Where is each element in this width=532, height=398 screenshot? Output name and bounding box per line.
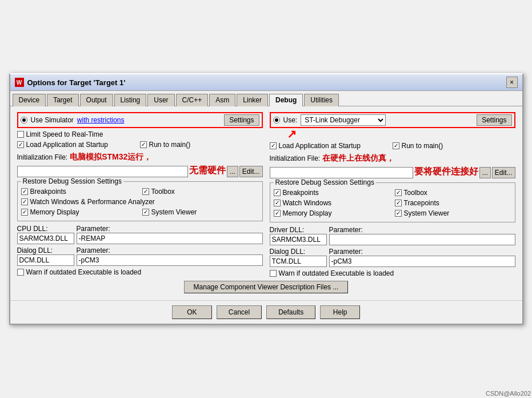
memory-display-checkbox-left[interactable] (21, 209, 28, 216)
system-viewer-label-right: System Viewer (404, 209, 450, 217)
dialog-title: Options for Target 'Target 1' (27, 78, 126, 87)
cpu-dll-param-label: Parameter: (77, 225, 263, 233)
warn-row-right: Warn if outdated Executable is loaded (270, 269, 515, 277)
init-file-row-right: Initialization File: 在硬件上在线仿真， (270, 153, 515, 164)
tracepoints-row-right: Tracepoints (395, 199, 511, 207)
tab-utilities[interactable]: Utilities (304, 94, 339, 106)
use-simulator-section: Use Simulator with restrictions Settings (17, 112, 263, 128)
tab-debug[interactable]: Debug (269, 94, 303, 106)
init-file-input-right[interactable] (270, 167, 413, 178)
init-file-input[interactable] (17, 166, 188, 177)
right-load-run-row: Load Application at Startup Run to main(… (270, 142, 515, 151)
init-edit-button-right[interactable]: Edit... (492, 167, 515, 178)
use-simulator-label: Use Simulator (31, 116, 74, 124)
restore-checkboxes-right: Breakpoints Toolbox Watch Windows T (274, 185, 511, 218)
init-browse-button-right[interactable]: ... (479, 167, 491, 178)
cpu-dll-param-input[interactable] (77, 233, 263, 244)
manage-component-button[interactable]: Manage Component Viewer Description File… (184, 281, 349, 293)
memory-display-label-left: Memory Display (30, 208, 79, 216)
dialog-dll-param-input-left[interactable] (77, 254, 263, 266)
warn-checkbox-left[interactable] (17, 269, 24, 276)
toolbox-row-right: Toolbox (395, 189, 511, 197)
tab-user[interactable]: User (147, 94, 174, 106)
memory-display-row-left: Memory Display (21, 208, 138, 216)
load-app-checkbox[interactable] (17, 141, 24, 148)
ok-button[interactable]: OK (172, 305, 212, 319)
run-to-main-checkbox[interactable] (140, 141, 147, 148)
init-browse-button[interactable]: ... (227, 166, 238, 177)
breakpoints-label-left: Breakpoints (30, 188, 66, 196)
tab-asm[interactable]: Asm (209, 94, 235, 106)
cpu-dll-row (17, 233, 263, 244)
memory-display-label-right: Memory Display (283, 209, 332, 217)
driver-dll-row (270, 234, 515, 245)
tab-cpp[interactable]: C/C++ (176, 94, 209, 106)
dialog-dll-input-left[interactable] (17, 254, 74, 266)
use-debugger-radio[interactable] (273, 117, 280, 124)
dialog-dll-label-left: Dialog DLL: (17, 246, 74, 254)
run-to-main-label-right: Run to main() (402, 142, 443, 150)
simulator-settings-button[interactable]: Settings (224, 114, 259, 126)
load-app-label-right: Load Application at Startup (279, 142, 361, 150)
breakpoints-label-right: Breakpoints (283, 189, 319, 197)
toolbox-checkbox-right[interactable] (395, 189, 402, 196)
restore-debug-title-left: Restore Debug Session Settings (21, 177, 123, 185)
run-to-main-checkbox-right[interactable] (393, 142, 399, 149)
two-column-layout: Use Simulator with restrictions Settings… (16, 111, 517, 278)
left-chinese-text1: 电脑模拟STM32运行， (70, 152, 151, 162)
system-viewer-checkbox-left[interactable] (142, 209, 149, 216)
dialog-dll-input-right[interactable] (270, 256, 327, 267)
dialog-body: Use Simulator with restrictions Settings… (10, 106, 522, 300)
init-file-input-group-right: 要将硬件连接好 ... Edit... (270, 166, 515, 179)
limit-speed-label: Limit Speed to Real-Time (26, 130, 103, 138)
cpu-dll-input[interactable] (17, 233, 74, 244)
watch-windows-checkbox-left[interactable] (21, 198, 28, 205)
close-button[interactable]: × (506, 77, 518, 88)
title-bar: W Options for Target 'Target 1' × (10, 74, 522, 91)
right-chinese-text1: 在硬件上在线仿真， (322, 153, 394, 164)
with-restrictions-link[interactable]: with restrictions (77, 116, 125, 124)
use-simulator-radio[interactable] (21, 117, 27, 124)
warn-checkbox-right[interactable] (270, 270, 277, 277)
tab-output[interactable]: Output (80, 94, 113, 106)
toolbox-label-right: Toolbox (404, 189, 427, 197)
cancel-button[interactable]: Cancel (217, 305, 262, 319)
toolbox-checkbox-left[interactable] (142, 188, 149, 195)
load-app-label: Load Application at Startup (26, 141, 108, 149)
system-viewer-checkbox-right[interactable] (395, 210, 402, 217)
tab-device[interactable]: Device (13, 94, 46, 106)
load-app-checkbox-right[interactable] (270, 142, 277, 149)
driver-dll-param-input[interactable] (329, 234, 515, 245)
restore-checkboxes-left: Breakpoints Toolbox Watch Windows & Perf… (21, 184, 259, 217)
tab-linker[interactable]: Linker (237, 94, 268, 106)
driver-dll-param-label: Parameter: (329, 226, 515, 234)
help-button[interactable]: Help (320, 305, 360, 319)
limit-speed-checkbox[interactable] (17, 131, 24, 138)
memory-display-checkbox-right[interactable] (274, 210, 281, 217)
load-run-row: Load Application at Startup Run to main(… (17, 141, 263, 150)
manage-btn-row: Manage Component Viewer Description File… (16, 278, 517, 296)
debugger-select[interactable]: ST-Link Debugger J-Link / J-Trace Cortex… (301, 114, 386, 126)
driver-dll-label: Driver DLL: (270, 226, 327, 234)
breakpoints-checkbox-left[interactable] (21, 188, 28, 195)
watch-windows-checkbox-right[interactable] (274, 200, 281, 206)
warn-row-left: Warn if outdated Executable is loaded (17, 268, 263, 276)
watch-windows-label-left: Watch Windows & Performance Analyzer (30, 198, 155, 206)
dialog-dll-param-input-right[interactable] (329, 256, 515, 267)
breakpoints-row-right: Breakpoints (274, 189, 390, 197)
tracepoints-checkbox-right[interactable] (395, 200, 402, 206)
defaults-button[interactable]: Defaults (266, 305, 315, 319)
debugger-settings-button[interactable]: Settings (477, 114, 511, 126)
init-edit-button[interactable]: Edit... (239, 166, 263, 177)
tab-target[interactable]: Target (47, 94, 78, 106)
driver-dll-input[interactable] (270, 234, 327, 245)
tab-listing[interactable]: Listing (114, 94, 147, 106)
breakpoints-checkbox-right[interactable] (274, 189, 281, 196)
main-dialog: W Options for Target 'Target 1' × Device… (9, 73, 523, 325)
dialog-dll-row-right (270, 256, 515, 267)
dialog-dll-label-right: Dialog DLL: (270, 248, 327, 256)
tracepoints-label-right: Tracepoints (404, 199, 439, 207)
app-icon: W (15, 78, 24, 87)
dialog-dll-param-label-right: Parameter: (329, 248, 515, 256)
run-to-main-label: Run to main() (149, 141, 191, 149)
